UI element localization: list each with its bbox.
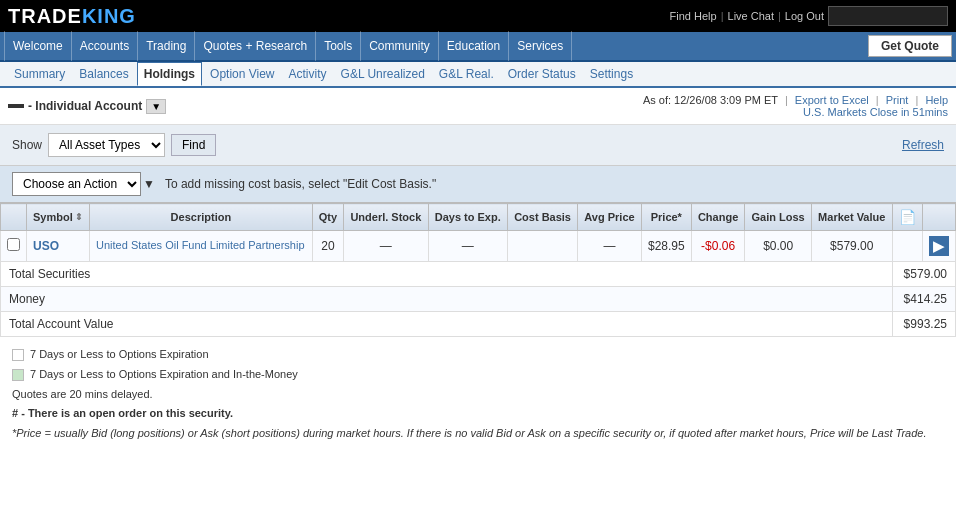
total-securities-label: Total Securities [1,262,893,287]
action-hint: To add missing cost basis, select "Edit … [165,177,436,191]
nav-trading[interactable]: Trading [138,31,195,61]
nav-tools[interactable]: Tools [316,31,361,61]
row-action-button[interactable]: ▶ [929,236,949,256]
th-underl-stock: Underl. Stock [344,204,428,231]
show-controls: Show All Asset Types Equities Options Mu… [12,133,216,157]
days-to-exp-cell: — [428,231,507,262]
main-nav: Welcome Accounts Trading Quotes + Resear… [0,32,956,62]
export-excel-link[interactable]: Export to Excel [795,94,869,106]
cost-basis-cell [507,231,577,262]
th-avg-price: Avg Price [578,204,642,231]
account-label-box [8,104,24,108]
nav-accounts[interactable]: Accounts [72,31,138,61]
find-help-link[interactable]: Find Help [670,10,717,22]
tab-holdings[interactable]: Holdings [137,62,202,86]
avg-price-cell: — [578,231,642,262]
nav-welcome[interactable]: Welcome [4,31,72,61]
action-select-wrap: Choose an Action ▼ [12,172,155,196]
th-market-value: Market Value [811,204,892,231]
nav-education[interactable]: Education [439,31,509,61]
description-text: United States Oil Fund Limited Partnersh… [96,239,305,251]
tab-gl-unrealized[interactable]: G&L Unrealized [335,63,431,85]
log-out-link[interactable]: Log Out [785,10,824,22]
account-bar: - Individual Account ▼ As of: 12/26/08 3… [0,88,956,125]
market-status: U.S. Markets Close in 51mins [803,106,948,118]
doc-cell [892,231,922,262]
nav-services[interactable]: Services [509,31,572,61]
total-securities-value: $579.00 [892,262,955,287]
tab-settings[interactable]: Settings [584,63,639,85]
money-label: Money [1,287,893,312]
description-cell: United States Oil Fund Limited Partnersh… [90,231,313,262]
price-cell: $28.95 [641,231,691,262]
account-name: - Individual Account [28,99,142,113]
tab-summary[interactable]: Summary [8,63,71,85]
quotes-note: Quotes are 20 mins delayed. [12,385,944,405]
th-qty: Qty [312,204,344,231]
nav-quotes-research[interactable]: Quotes + Research [195,31,316,61]
action-cell: ▶ [922,231,955,262]
show-label: Show [12,138,42,152]
legend-item-1: 7 Days or Less to Options Expiration [12,345,944,365]
th-cost-basis: Cost Basis [507,204,577,231]
hash-note: # - There is an open order on this secur… [12,404,944,424]
change-cell: -$0.06 [691,231,745,262]
th-description: Description [90,204,313,231]
asset-type-select[interactable]: All Asset Types Equities Options Mutual … [48,133,165,157]
symbol-link[interactable]: USO [33,239,59,253]
top-links: Find Help | Live Chat | Log Out [670,6,948,26]
account-selector: - Individual Account ▼ [8,99,166,114]
th-symbol[interactable]: Symbol ⇕ [27,204,90,231]
row-checkbox[interactable] [7,238,20,251]
tab-order-status[interactable]: Order Status [502,63,582,85]
doc-icon: 📄 [899,209,916,225]
holdings-table: Symbol ⇕ Description Qty Underl. Stock D… [0,203,956,337]
as-of-text: As of: 12/26/08 3:09 PM ET [643,94,778,106]
legend-text-1: 7 Days or Less to Options Expiration [30,345,209,365]
legend-box-green [12,369,24,381]
help-link[interactable]: Help [925,94,948,106]
top-bar: TRADEKING Find Help | Live Chat | Log Ou… [0,0,956,32]
tab-gl-real[interactable]: G&L Real. [433,63,500,85]
dropdown-arrow-icon: ▼ [143,177,155,191]
sub-nav: Summary Balances Holdings Option View Ac… [0,62,956,88]
total-securities-row: Total Securities $579.00 [1,262,956,287]
symbol-cell: USO [27,231,90,262]
find-button[interactable]: Find [171,134,216,156]
th-doc: 📄 [892,204,922,231]
tab-balances[interactable]: Balances [73,63,134,85]
th-days-to-exp: Days to Exp. [428,204,507,231]
nav-community[interactable]: Community [361,31,439,61]
tab-option-view[interactable]: Option View [204,63,280,85]
money-row: Money $414.25 [1,287,956,312]
price-note: *Price = usually Bid (long positions) or… [12,424,944,444]
get-quote-button[interactable]: Get Quote [868,35,952,57]
qty-cell: 20 [312,231,344,262]
refresh-link[interactable]: Refresh [902,138,944,152]
action-bar: Choose an Action ▼ To add missing cost b… [0,166,956,203]
account-dropdown-button[interactable]: ▼ [146,99,166,114]
account-info: As of: 12/26/08 3:09 PM ET | Export to E… [643,94,948,118]
action-select[interactable]: Choose an Action [12,172,141,196]
row-checkbox-cell [1,231,27,262]
gain-loss-cell: $0.00 [745,231,812,262]
total-account-label: Total Account Value [1,312,893,337]
print-link[interactable]: Print [886,94,909,106]
market-value-cell: $579.00 [811,231,892,262]
logo: TRADEKING [8,5,136,28]
money-value: $414.25 [892,287,955,312]
top-search-input[interactable] [828,6,948,26]
th-checkbox [1,204,27,231]
th-action [922,204,955,231]
legend-text-2: 7 Days or Less to Options Expiration and… [30,365,298,385]
th-change: Change [691,204,745,231]
table-row: USO United States Oil Fund Limited Partn… [1,231,956,262]
symbol-sort-icon: ⇕ [75,212,83,222]
footer-legend: 7 Days or Less to Options Expiration 7 D… [0,337,956,452]
th-gain-loss: Gain Loss [745,204,812,231]
total-account-row: Total Account Value $993.25 [1,312,956,337]
show-bar: Show All Asset Types Equities Options Mu… [0,125,956,166]
tab-activity[interactable]: Activity [283,63,333,85]
live-chat-link[interactable]: Live Chat [728,10,774,22]
underl-stock-cell: — [344,231,428,262]
